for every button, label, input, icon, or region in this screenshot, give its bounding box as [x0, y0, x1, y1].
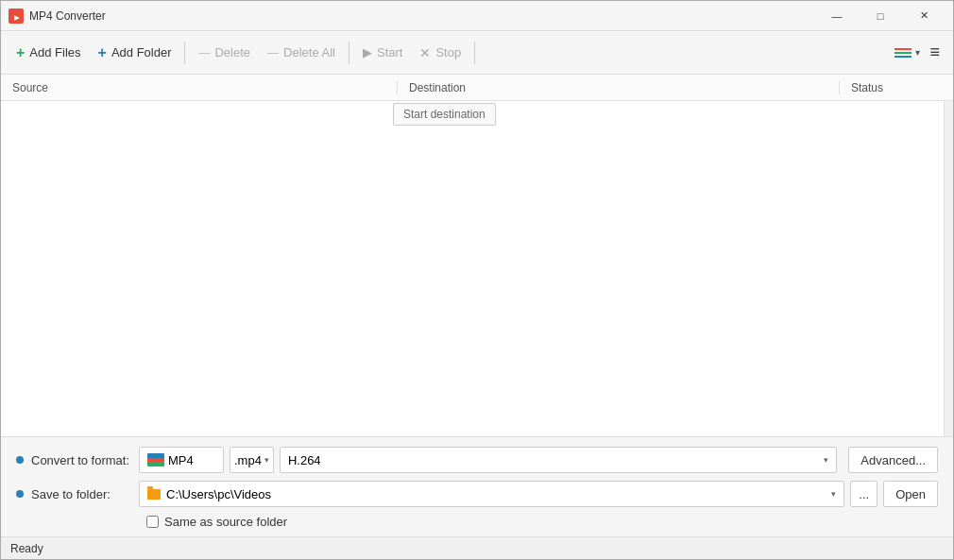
format-section: MP4 .mp4 ▾ H.264 ▾ Advanced...: [139, 447, 938, 473]
window-title: MP4 Converter: [29, 9, 815, 23]
save-label-group: Save to folder:: [16, 487, 139, 501]
filter-icon[interactable]: [894, 48, 911, 58]
start-button[interactable]: ▶ Start: [355, 37, 410, 69]
format-film-icon: [147, 453, 164, 467]
scrollbar[interactable]: [944, 101, 953, 436]
folder-path-box[interactable]: C:\Users\pc\Videos ▾: [139, 481, 844, 507]
add-files-label: Add Files: [29, 45, 80, 59]
status-text: Ready: [10, 542, 43, 555]
app-icon: ▶: [9, 8, 24, 24]
save-label: Save to folder:: [31, 487, 111, 501]
delete-button[interactable]: — Delete: [191, 37, 258, 69]
add-files-button[interactable]: + Add Files: [9, 37, 89, 69]
separator-1: [184, 42, 185, 64]
title-bar: ▶ MP4 Converter — □ ✕: [1, 1, 953, 31]
convert-dot: [16, 456, 24, 464]
content-area: Start destination: [1, 101, 953, 436]
stop-button[interactable]: ✕ Stop: [412, 37, 468, 69]
window-controls: — □ ✕: [815, 1, 945, 31]
close-button[interactable]: ✕: [902, 1, 945, 31]
same-as-source-checkbox[interactable]: [146, 516, 159, 528]
col-status-header: Status: [840, 81, 953, 94]
delete-all-button[interactable]: — Delete All: [260, 37, 343, 69]
toolbar: + Add Files + Add Folder — Delete — Dele…: [1, 31, 953, 75]
add-folder-button[interactable]: + Add Folder: [91, 37, 179, 69]
delete-label: Delete: [214, 45, 250, 59]
start-tooltip: Start destination: [393, 103, 496, 126]
folder-icon: [147, 489, 161, 500]
stop-label: Stop: [435, 45, 461, 59]
separator-2: [349, 42, 349, 64]
format-name: MP4: [168, 453, 194, 467]
convert-label: Convert to format:: [31, 453, 129, 467]
folder-section: C:\Users\pc\Videos ▾ ... Open: [139, 481, 938, 507]
browse-button[interactable]: ...: [850, 481, 877, 507]
menu-button[interactable]: ≡: [924, 39, 945, 66]
folder-path-text: C:\Users\pc\Videos: [166, 487, 826, 501]
filter-line-3: [894, 56, 911, 58]
filter-dropdown-arrow[interactable]: ▾: [915, 47, 920, 58]
add-folder-icon: +: [98, 44, 107, 61]
codec-value: H.264: [288, 453, 321, 467]
extension-value: .mp4: [234, 453, 262, 467]
save-row: Save to folder: C:\Users\pc\Videos ▾ ...…: [16, 481, 938, 507]
delete-all-label: Delete All: [283, 45, 335, 59]
codec-chevron-icon: ▾: [824, 455, 828, 465]
folder-chevron-icon: ▾: [831, 489, 836, 499]
codec-select[interactable]: H.264 ▾: [280, 447, 837, 473]
convert-row: Convert to format: MP4 .mp4 ▾ H.264 ▾ Ad…: [16, 447, 938, 473]
toolbar-right: ▾ ≡: [894, 39, 945, 66]
format-box[interactable]: MP4: [139, 447, 224, 473]
advanced-button[interactable]: Advanced...: [848, 447, 938, 473]
table-header: Source Destination Status: [1, 75, 953, 101]
open-button[interactable]: Open: [883, 481, 938, 507]
add-files-icon: +: [16, 44, 25, 61]
minimize-button[interactable]: —: [815, 1, 859, 31]
filter-line-2: [894, 52, 911, 54]
filter-line-1: [894, 48, 911, 50]
stop-x-icon: ✕: [419, 45, 431, 60]
save-dot: [16, 490, 24, 498]
col-source-header: Source: [1, 81, 398, 94]
same-as-source-label: Same as source folder: [164, 515, 287, 529]
maximize-button[interactable]: □: [859, 1, 902, 31]
status-bar: Ready: [1, 536, 953, 559]
extension-select[interactable]: .mp4 ▾: [230, 447, 274, 473]
play-icon: ▶: [363, 45, 372, 59]
same-as-source-row: Same as source folder: [16, 515, 938, 529]
main-window: ▶ MP4 Converter — □ ✕ + Add Files + Add …: [0, 0, 954, 560]
ext-chevron-icon: ▾: [264, 455, 269, 465]
start-label: Start: [377, 45, 402, 59]
add-folder-label: Add Folder: [111, 45, 172, 59]
bottom-panel: Convert to format: MP4 .mp4 ▾ H.264 ▾ Ad…: [1, 436, 953, 536]
col-destination-header: Destination: [398, 81, 840, 94]
delete-line-icon: —: [198, 46, 210, 59]
delete-all-line-icon: —: [267, 46, 279, 59]
separator-3: [474, 42, 475, 64]
convert-label-group: Convert to format:: [16, 453, 139, 467]
